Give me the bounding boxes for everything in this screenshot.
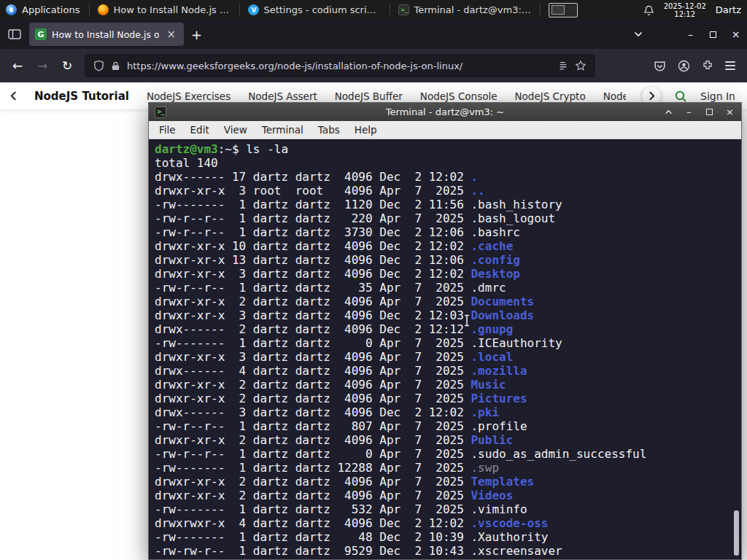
- file-name: .Xauthority: [471, 530, 548, 544]
- file-name: .xscreensaver: [471, 544, 562, 558]
- terminal-window-icon: >_: [155, 106, 166, 118]
- taskbar-button-terminal[interactable]: >_Terminal - dartz@vm3: ~: [391, 0, 539, 20]
- file-name: .vscode-oss: [471, 516, 548, 530]
- terminal-file-row: drwx------ 17 dartz dartz 4096 Dec 2 12:…: [155, 170, 741, 184]
- file-name: .sudo_as_admin_successful: [471, 447, 646, 461]
- file-name: .cache: [471, 239, 513, 253]
- taskbar-button-label: Settings - codium script...: [263, 4, 382, 15]
- panel-user-name[interactable]: Dartz: [716, 4, 741, 15]
- terminal-file-row: -rw-r--r-- 1 dartz dartz 807 Apr 7 2025 …: [155, 419, 741, 433]
- terminal-menu-help[interactable]: Help: [347, 124, 384, 136]
- terminal-file-row: -rw------- 1 dartz dartz 0 Apr 7 2025 .I…: [155, 336, 741, 350]
- list-all-tabs-chevron-icon[interactable]: [630, 27, 647, 42]
- file-name: Public: [471, 433, 513, 447]
- site-nav-active-item[interactable]: NodeJS Tutorial: [34, 90, 129, 103]
- panel-clock[interactable]: 2025-12-02 12:12: [664, 2, 706, 18]
- terminal-file-row: -rw-r--r-- 1 dartz dartz 35 Apr 7 2025 .…: [155, 281, 741, 295]
- url-bar[interactable]: https://www.geeksforgeeks.org/node-js/in…: [85, 54, 595, 77]
- file-meta: drwxr-xr-x 2 dartz dartz 4096 Apr 7 2025: [155, 475, 471, 489]
- extensions-puzzle-icon[interactable]: [702, 60, 713, 71]
- file-meta: drwxr-xr-x 2 dartz dartz 4096 Apr 7 2025: [155, 378, 471, 392]
- terminal-file-row: drwx------ 4 dartz dartz 4096 Apr 7 2025…: [155, 364, 741, 378]
- site-nav-link[interactable]: NodeJS Exercises: [147, 90, 231, 102]
- browser-close-button[interactable]: ×: [724, 24, 747, 44]
- terminal-window-controls: – ×: [663, 106, 735, 117]
- terminal-menu-tabs[interactable]: Tabs: [311, 124, 347, 136]
- file-meta: drwxr-xr-x 2 dartz dartz 4096 Apr 7 2025: [155, 433, 471, 447]
- terminal-window-title: Terminal - dartz@vm3: ~: [149, 106, 741, 117]
- terminal-minimize-button[interactable]: –: [684, 106, 694, 117]
- workspace-switcher[interactable]: [549, 3, 578, 18]
- taskbar-button-firefox[interactable]: How to Install Node.js o...: [90, 0, 239, 20]
- pocket-icon[interactable]: [654, 60, 666, 72]
- file-name: .mozilla: [471, 364, 527, 378]
- file-name: .local: [471, 350, 513, 364]
- file-meta: -rw-r--r-- 1 dartz dartz 3730 Dec 2 12:0…: [155, 225, 471, 239]
- terminal-file-row: drwxr-xr-x 3 dartz dartz 4096 Dec 2 12:0…: [155, 267, 741, 281]
- browser-minimize-button[interactable]: –: [679, 24, 702, 44]
- firefox-view-icon[interactable]: [4, 24, 25, 44]
- file-name: .swp: [471, 461, 499, 475]
- terminal-shade-button[interactable]: [663, 106, 674, 117]
- file-meta: -rw-r--r-- 1 dartz dartz 35 Apr 7 2025: [155, 281, 471, 295]
- terminal-file-row: drwxr-xr-x 10 dartz dartz 4096 Dec 2 12:…: [155, 239, 741, 253]
- file-meta: -rw------- 1 dartz dartz 532 Apr 7 2025: [155, 502, 471, 516]
- reload-button[interactable]: ↻: [55, 54, 79, 77]
- terminal-file-row: -rw-r--r-- 1 dartz dartz 0 Apr 7 2025 .s…: [155, 447, 741, 461]
- terminal-close-button[interactable]: ×: [724, 106, 735, 117]
- site-search-icon[interactable]: [674, 90, 687, 103]
- file-name: .bash_history: [471, 198, 562, 211]
- notification-bell-icon[interactable]: [643, 4, 654, 16]
- file-name: Downloads: [471, 308, 534, 322]
- file-meta: drwxrwxr-x 4 dartz dartz 4096 Dec 2 12:0…: [155, 516, 471, 530]
- tracking-shield-icon[interactable]: [93, 60, 104, 71]
- account-icon[interactable]: [678, 60, 690, 72]
- file-meta: -rw-r--r-- 1 dartz dartz 0 Apr 7 2025: [155, 447, 471, 461]
- desktop-top-panel: Applications How to Install Node.js o...…: [0, 0, 747, 20]
- terminal-command: ls -la: [246, 142, 288, 156]
- tab-close-icon[interactable]: ×: [164, 28, 178, 41]
- terminal-menu-terminal[interactable]: Terminal: [255, 124, 311, 136]
- forward-button[interactable]: →: [31, 54, 54, 77]
- bookmark-star-icon[interactable]: [575, 60, 587, 71]
- browser-toolbar: ← → ↻ https://www.geeksforgeeks.org/node…: [0, 49, 747, 82]
- file-name: .pki: [471, 405, 499, 419]
- lock-icon[interactable]: [111, 61, 120, 71]
- site-nav-link[interactable]: NodeJS Console: [420, 90, 498, 102]
- site-nav-link[interactable]: NodeJS Assert: [248, 90, 317, 102]
- terminal-scrollbar-thumb[interactable]: [734, 510, 739, 556]
- sign-in-button[interactable]: Sign In: [700, 90, 735, 102]
- file-name: .dmrc: [471, 281, 506, 295]
- back-button[interactable]: ←: [6, 54, 29, 77]
- terminal-maximize-button[interactable]: [704, 106, 715, 117]
- terminal-file-row: drwxr-xr-x 3 dartz dartz 4096 Apr 7 2025…: [155, 350, 741, 364]
- applications-menu-button[interactable]: Applications: [0, 0, 88, 20]
- panel-separator: [239, 4, 240, 17]
- file-name: .ICEauthority: [471, 336, 562, 350]
- terminal-total-line: total 140: [155, 156, 741, 170]
- terminal-menu-edit[interactable]: Edit: [183, 124, 217, 136]
- terminal-menu-view[interactable]: View: [217, 124, 255, 136]
- terminal-menu-file[interactable]: File: [152, 124, 183, 136]
- file-meta: drwx------ 3 dartz dartz 4096 Dec 2 12:0…: [155, 405, 471, 419]
- terminal-body[interactable]: dartz@vm3:~$ ls -latotal 140drwx------ 1…: [149, 139, 741, 559]
- terminal-window: >_ Terminal - dartz@vm3: ~ – × FileEditV…: [148, 102, 742, 560]
- reader-mode-icon[interactable]: [558, 61, 568, 71]
- applications-label: Applications: [22, 4, 80, 15]
- nav-scroll-left-chevron-icon[interactable]: [10, 91, 17, 101]
- site-nav-link[interactable]: NodeJS Crypto: [514, 90, 585, 102]
- browser-restore-button[interactable]: [702, 24, 724, 44]
- taskbar-button-codium[interactable]: VSettings - codium script...: [241, 0, 389, 20]
- terminal-icon: >_: [398, 4, 409, 15]
- terminal-file-row: -rw-r--r-- 1 dartz dartz 3730 Dec 2 12:0…: [155, 225, 741, 239]
- url-text: https://www.geeksforgeeks.org/node-js/in…: [127, 61, 551, 71]
- file-name: ..: [471, 184, 484, 198]
- menu-hamburger-icon[interactable]: [725, 59, 735, 72]
- terminal-title-bar[interactable]: >_ Terminal - dartz@vm3: ~ – ×: [149, 103, 741, 121]
- browser-tab[interactable]: G How to Install Node.js on... ×: [29, 23, 184, 46]
- new-tab-button[interactable]: +: [184, 26, 209, 44]
- terminal-file-row: drwx------ 2 dartz dartz 4096 Dec 2 12:1…: [155, 322, 741, 336]
- tab-title: How to Install Node.js on...: [52, 29, 159, 40]
- site-nav-link[interactable]: NodeJS Buffer: [335, 90, 403, 102]
- terminal-file-row: drwxr-xr-x 3 root root 4096 Apr 7 2025 .…: [155, 184, 741, 198]
